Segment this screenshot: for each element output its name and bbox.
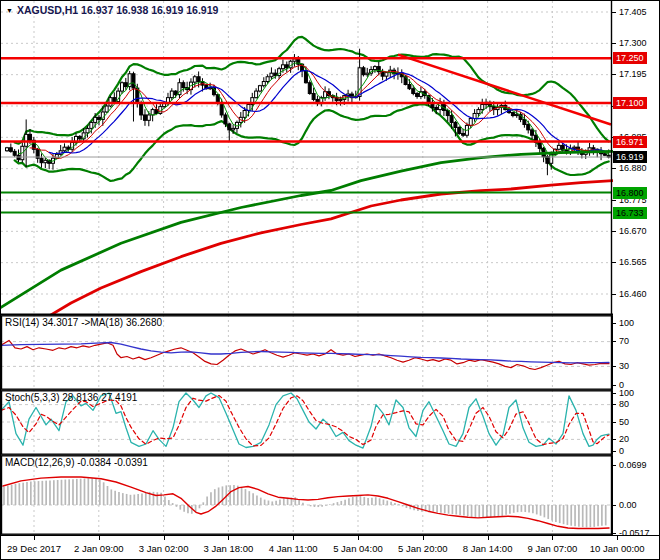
- price-tick-label: 0.0699: [619, 460, 647, 470]
- price-tick-label: 16.880: [619, 163, 647, 173]
- price-level-badge: 16.800: [613, 187, 647, 199]
- axis-tick: [612, 385, 616, 386]
- time-tick: [552, 536, 553, 540]
- price-tick-label: 30: [619, 361, 629, 371]
- axis-tick: [612, 451, 616, 452]
- time-label: 5 Jan 04:00: [333, 543, 383, 554]
- price-level-badge: 16.971: [613, 136, 647, 148]
- macd-label: MACD(12,26,9) -0.0384 -0.0391: [5, 457, 148, 468]
- price-tick-label: 16.565: [619, 257, 647, 267]
- time-tick: [423, 536, 424, 540]
- price-tick-label: 0.00: [619, 500, 637, 510]
- time-axis: 29 Dec 20172 Jan 09:003 Jan 02:003 Jan 1…: [1, 535, 660, 560]
- rsi-label: RSI(14) 34.3017 ->MA(18) 36.2680: [5, 317, 162, 328]
- axis-tick: [612, 262, 616, 263]
- axis-tick: [612, 422, 616, 423]
- time-label: 3 Jan 02:00: [139, 543, 189, 554]
- time-label: 4 Jan 11:00: [269, 543, 318, 554]
- axis-tick: [612, 404, 616, 405]
- axis-tick: [612, 43, 616, 44]
- time-tick: [99, 536, 100, 540]
- axis-tick: [612, 505, 616, 506]
- axis-tick: [612, 393, 616, 394]
- axis-tick: [612, 439, 616, 440]
- time-tick: [228, 536, 229, 540]
- price-tick-label: 70: [619, 336, 629, 346]
- axis-tick: [612, 231, 616, 232]
- time-label: 2 Jan 09:00: [74, 543, 124, 554]
- symbol-ohlc-title: XAGUSD,H1 16.937 16.938 16.919 16.919: [17, 4, 218, 16]
- price-level-badge: 16.919: [613, 151, 647, 163]
- time-label: 8 Jan 14:00: [463, 543, 513, 554]
- time-label: 9 Jan 07:00: [528, 543, 578, 554]
- time-tick: [34, 536, 35, 540]
- time-tick: [164, 536, 165, 540]
- main-price-chart[interactable]: [1, 1, 613, 315]
- trading-chart-window: ▼XAGUSD,H1 16.937 16.938 16.919 16.919 R…: [0, 0, 660, 560]
- price-tick-label: -0.0517: [619, 528, 650, 538]
- axis-tick: [612, 533, 616, 534]
- time-tick: [293, 536, 294, 540]
- price-tick-label: 17.300: [619, 38, 647, 48]
- axis-tick: [612, 294, 616, 295]
- axis-tick: [612, 323, 616, 324]
- price-tick-label: 17.405: [619, 7, 647, 17]
- price-tick-label: 80: [619, 399, 629, 409]
- price-tick-label: 50: [619, 417, 629, 427]
- price-tick-label: 16.670: [619, 226, 647, 236]
- chart-header: ▼XAGUSD,H1 16.937 16.938 16.919 16.919: [6, 4, 218, 16]
- axis-tick: [612, 366, 616, 367]
- time-tick: [358, 536, 359, 540]
- symbol-dropdown-icon[interactable]: ▼: [6, 7, 13, 14]
- price-level-badge: 17.100: [613, 97, 647, 109]
- time-label: 29 Dec 2017: [7, 543, 61, 554]
- price-tick-label: 0: [619, 446, 624, 456]
- price-tick-label: 16.460: [619, 289, 647, 299]
- axis-tick: [612, 200, 616, 201]
- time-tick: [488, 536, 489, 540]
- axis-tick: [612, 74, 616, 75]
- price-level-badge: 16.733: [613, 207, 647, 219]
- price-tick-label: 20: [619, 434, 629, 444]
- price-tick-label: 17.195: [619, 69, 647, 79]
- stoch-label: Stoch(5,3,3) 28.8136 27.4191: [5, 392, 137, 403]
- price-tick-label: 100: [619, 388, 634, 398]
- time-label: 5 Jan 20:00: [398, 543, 448, 554]
- price-level-badge: 17.250: [613, 52, 647, 64]
- axis-tick: [612, 465, 616, 466]
- axis-tick: [612, 168, 616, 169]
- axis-tick: [612, 12, 616, 13]
- price-tick-label: 100: [619, 318, 634, 328]
- time-label: 3 Jan 18:00: [204, 543, 254, 554]
- axis-tick: [612, 341, 616, 342]
- price-axis: 17.40517.30017.19517.09016.98516.88016.7…: [612, 1, 660, 560]
